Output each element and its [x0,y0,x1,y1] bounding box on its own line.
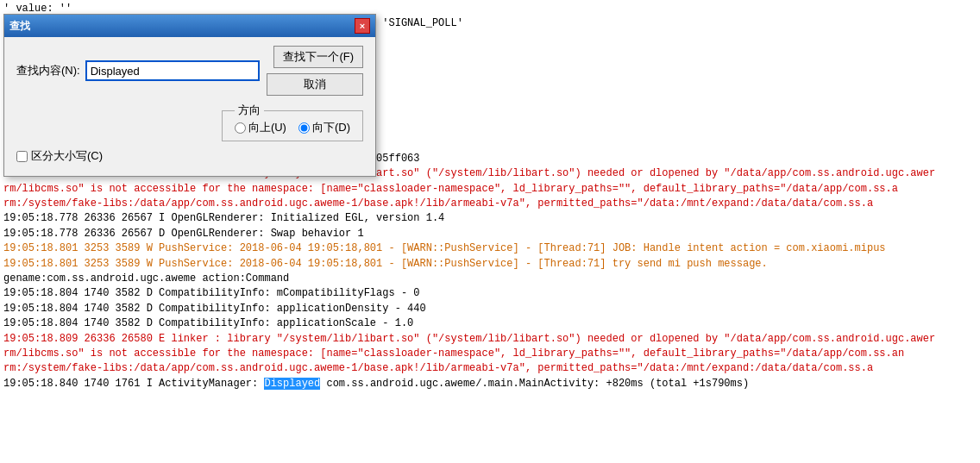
highlighted-word: Displayed [264,378,320,390]
log-line: 19:05:18.801 3253 3589 W PushService: 20… [3,257,977,272]
radio-down[interactable] [298,122,310,134]
radio-up-label[interactable]: 向上(U) [235,120,286,135]
checkbox-row: 区分大小写(C) [16,148,363,164]
dialog-body: 查找内容(N): 查找下一个(F) 取消 方向 向上(U) 向 [4,37,375,176]
radio-down-text: 向下(D) [312,120,350,135]
dialog-titlebar: 查找 × [4,15,375,37]
cancel-button[interactable]: 取消 [267,73,363,96]
direction-row: 方向 向上(U) 向下(D) [16,103,363,141]
log-line: rm/libcms.so" is not accessible for the … [3,347,977,361]
log-line: 19:05:18.804 1740 3582 D CompatibilityIn… [3,286,977,301]
log-line: 19:05:18.804 1740 3582 D CompatibilityIn… [3,316,977,331]
case-sensitive-checkbox[interactable] [16,151,28,162]
find-next-button[interactable]: 查找下一个(F) [273,46,363,68]
search-input[interactable] [85,60,261,81]
dialog-title: 查找 [9,19,30,34]
log-line: 19:05:18.778 26336 26567 D OpenGLRendere… [3,227,977,241]
log-line: rm:/system/fake-libs:/data/app/com.ss.an… [3,361,977,376]
radio-up-text: 向上(U) [248,120,286,135]
log-line: rm:/system/fake-libs:/data/app/com.ss.an… [3,197,977,211]
radio-up[interactable] [235,122,246,134]
radio-down-label[interactable]: 向下(D) [298,120,350,135]
log-line: gename:com.ss.android.ugc.aweme action:C… [3,272,977,286]
log-line: 19:05:18.778 26336 26567 I OpenGLRendere… [3,211,977,226]
direction-legend-label: 方向 [235,103,264,118]
find-dialog[interactable]: 查找 × 查找内容(N): 查找下一个(F) 取消 方向 向上(U) [3,14,376,177]
log-line: 19:05:18.840 1740 1761 I ActivityManager… [3,377,977,391]
log-line: 19:05:18.804 1740 3582 D CompatibilityIn… [3,302,977,316]
direction-fieldset-wrapper: 方向 向上(U) 向下(D) [222,103,363,141]
dialog-close-button[interactable]: × [355,18,370,34]
direction-fieldset: 方向 向上(U) 向下(D) [222,103,363,141]
log-line: 19:05:18.809 26336 26580 E linker : libr… [3,332,977,347]
search-row: 查找内容(N): 查找下一个(F) 取消 [16,46,363,96]
case-sensitive-label[interactable]: 区分大小写(C) [31,148,103,164]
search-label: 查找内容(N): [16,63,80,78]
log-line: 19:05:18.801 3253 3589 W PushService: 20… [3,241,977,256]
action-buttons: 查找下一个(F) 取消 [267,46,363,96]
log-line: rm/libcms.so" is not accessible for the … [3,182,977,197]
